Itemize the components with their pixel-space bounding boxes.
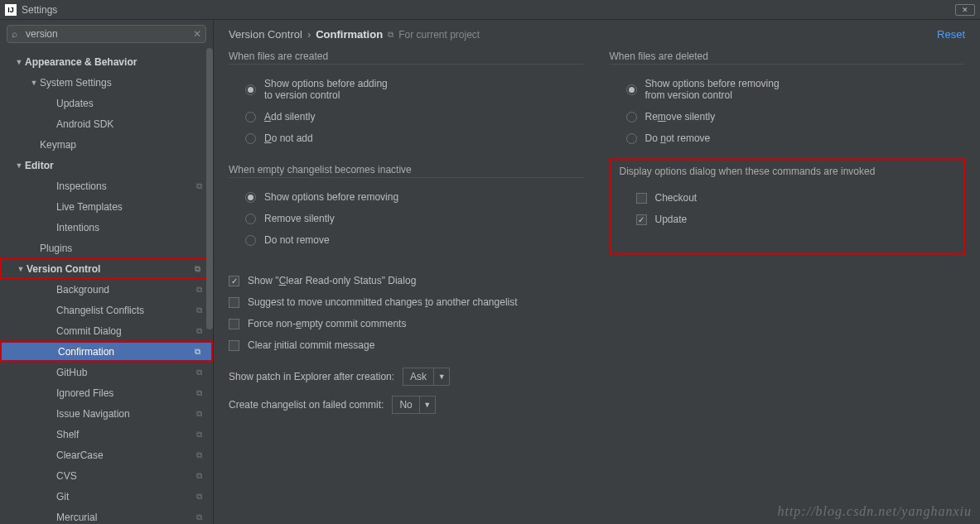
checkbox-label: Force non-empty commit comments: [248, 318, 406, 329]
sidebar-item-git[interactable]: Git⧉: [0, 486, 213, 507]
checkbox-option[interactable]: Show "Clear Read-only Status" Dialog: [229, 270, 965, 291]
radio-icon: [245, 192, 256, 203]
combo-patch[interactable]: Ask ▼: [403, 368, 450, 386]
sidebar-item-label: CVS: [56, 470, 196, 482]
sidebar-item-label: Version Control: [27, 263, 195, 275]
combo-failed[interactable]: No ▼: [392, 396, 435, 414]
sidebar-item-github[interactable]: GitHub⧉: [0, 362, 213, 382]
radio-label: Show options before removingfrom version…: [645, 78, 780, 101]
sidebar-item-label: Changelist Conflicts: [56, 305, 196, 316]
sidebar-item-updates[interactable]: Updates: [0, 93, 213, 113]
sidebar-item-label: Plugins: [40, 243, 206, 254]
project-scope-icon: ⧉: [196, 285, 206, 295]
sidebar-item-label: Updates: [56, 98, 206, 109]
expand-arrow-icon: ▼: [15, 161, 23, 170]
radio-icon: [245, 84, 256, 95]
sidebar-scrollbar[interactable]: [206, 48, 213, 524]
checkbox-option[interactable]: Checkout: [620, 187, 956, 209]
sidebar-item-issue-navigation[interactable]: Issue Navigation⧉: [0, 403, 213, 424]
combo-patch-label: Show patch in Explorer after creation:: [229, 371, 394, 382]
checkbox-label: Clear initial commit message: [248, 339, 374, 351]
watermark: http://blog.csdn.net/yanghanxiu: [777, 504, 972, 519]
checkbox-option[interactable]: Force non-empty commit comments: [229, 313, 965, 334]
radio-option[interactable]: Add silently: [229, 106, 585, 127]
sidebar-item-label: Commit Dialog: [56, 325, 196, 337]
radio-label: Do not remove: [264, 234, 330, 246]
sidebar-item-keymap[interactable]: Keymap: [0, 134, 213, 155]
sidebar-item-confirmation[interactable]: Confirmation⧉: [0, 341, 213, 362]
radio-option[interactable]: Do not remove: [229, 229, 585, 251]
radio-option[interactable]: Do not add: [229, 127, 585, 149]
project-scope-icon: ⧉: [196, 326, 206, 336]
close-icon[interactable]: ✕: [955, 4, 975, 16]
radio-icon: [245, 235, 256, 246]
sidebar-item-mercurial[interactable]: Mercurial⧉: [0, 507, 213, 524]
radio-icon: [626, 84, 637, 95]
sidebar-item-system-settings[interactable]: ▼System Settings: [0, 72, 213, 93]
checkbox-option[interactable]: Update: [620, 209, 956, 230]
sidebar-item-clearcase[interactable]: ClearCase⧉: [0, 445, 213, 465]
sidebar-item-intentions[interactable]: Intentions: [0, 217, 213, 238]
checkbox-option[interactable]: Clear initial commit message: [229, 334, 965, 356]
project-scope-label: For current project: [398, 29, 480, 41]
project-scope-icon: ⧉: [388, 30, 393, 40]
radio-label: Add silently: [264, 111, 315, 123]
group-deleted-title: When files are deleted: [610, 50, 966, 65]
project-scope-icon: ⧉: [196, 388, 206, 398]
sidebar-item-live-templates[interactable]: Live Templates: [0, 196, 213, 217]
reset-link[interactable]: Reset: [937, 28, 965, 41]
radio-label: Show options before removing: [264, 191, 398, 203]
chevron-down-icon: ▼: [420, 401, 435, 409]
sidebar-item-label: Editor: [25, 160, 206, 171]
radio-option[interactable]: Remove silently: [229, 208, 585, 229]
radio-icon: [245, 112, 256, 123]
sidebar-item-background[interactable]: Background⧉: [0, 279, 213, 300]
sidebar-item-changelist-conflicts[interactable]: Changelist Conflicts⧉: [0, 300, 213, 320]
app-icon: IJ: [5, 4, 17, 16]
radio-icon: [245, 133, 256, 144]
sidebar-item-label: Mercurial: [56, 512, 196, 523]
sidebar-item-shelf[interactable]: Shelf⧉: [0, 424, 213, 445]
sidebar-item-ignored-files[interactable]: Ignored Files⧉: [0, 382, 213, 403]
chevron-right-icon: ›: [307, 28, 311, 41]
sidebar-item-label: Issue Navigation: [56, 408, 196, 420]
radio-label: Show options before addingto version con…: [264, 78, 388, 101]
project-scope-icon: ⧉: [196, 450, 206, 460]
sidebar-item-label: GitHub: [56, 367, 196, 378]
radio-option[interactable]: Show options before removingfrom version…: [610, 73, 966, 106]
sidebar-item-label: Android SDK: [56, 118, 206, 130]
radio-label: Do not add: [264, 132, 313, 144]
radio-option[interactable]: Show options before removing: [229, 186, 585, 208]
sidebar-item-appearance-behavior[interactable]: ▼Appearance & Behavior: [0, 51, 213, 72]
project-scope-icon: ⧉: [195, 264, 205, 274]
sidebar-item-label: Live Templates: [56, 201, 206, 213]
expand-arrow-icon: ▼: [15, 58, 23, 66]
clear-search-icon[interactable]: ✕: [193, 28, 201, 40]
sidebar-item-version-control[interactable]: ▼Version Control⧉: [0, 258, 213, 279]
sidebar-item-inspections[interactable]: Inspections⧉: [0, 175, 213, 196]
sidebar-item-android-sdk[interactable]: Android SDK: [0, 113, 213, 134]
radio-option[interactable]: Show options before addingto version con…: [229, 73, 585, 106]
sidebar-item-commit-dialog[interactable]: Commit Dialog⧉: [0, 320, 213, 341]
radio-label: Do not remove: [645, 132, 711, 144]
project-scope-icon: ⧉: [196, 181, 206, 191]
titlebar: IJ Settings ✕: [0, 0, 980, 20]
group-display-title: Display options dialog when these comman…: [620, 166, 956, 179]
radio-option[interactable]: Do not remove: [610, 127, 966, 149]
sidebar-item-label: Git: [56, 491, 196, 502]
window-title: Settings: [22, 4, 57, 16]
sidebar-item-cvs[interactable]: CVS⧉: [0, 465, 213, 486]
project-scope-icon: ⧉: [196, 305, 206, 315]
radio-icon: [245, 214, 256, 224]
breadcrumb: Version Control › Confirmation ⧉ For cur…: [229, 28, 965, 50]
project-scope-icon: ⧉: [196, 492, 206, 502]
checkbox-icon: [229, 297, 239, 308]
checkbox-option[interactable]: Suggest to move uncommitted changes to a…: [229, 291, 965, 313]
settings-tree: ▼Appearance & Behavior▼System SettingsUp…: [0, 48, 213, 524]
breadcrumb-parent[interactable]: Version Control: [229, 28, 302, 41]
search-input[interactable]: [7, 25, 206, 43]
sidebar-item-editor[interactable]: ▼Editor: [0, 155, 213, 175]
sidebar-item-plugins[interactable]: Plugins: [0, 238, 213, 258]
radio-option[interactable]: Remove silently: [610, 106, 966, 127]
project-scope-icon: ⧉: [196, 512, 206, 522]
